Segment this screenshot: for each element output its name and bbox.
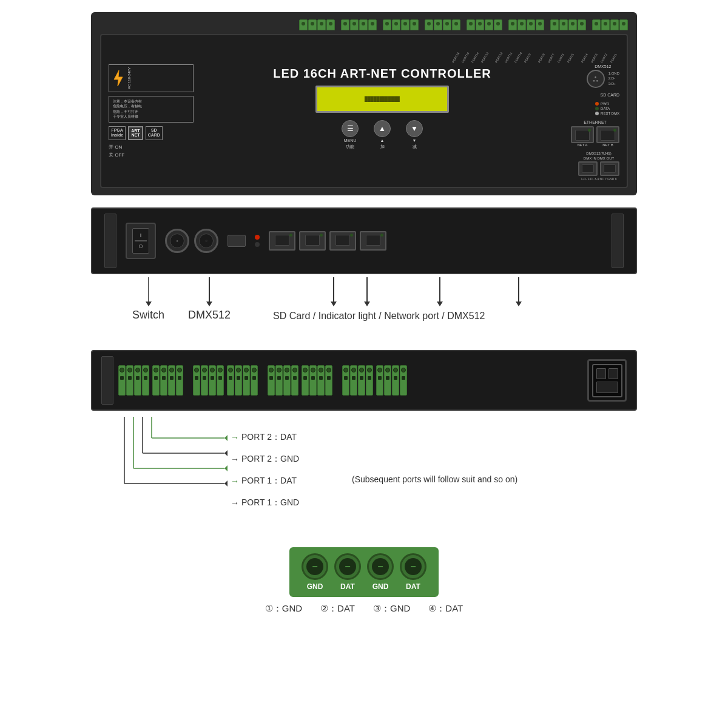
- chinese-line-4: 于专业人员维修: [113, 114, 189, 119]
- terminal-diagram-section: − GND − DAT −: [91, 547, 637, 615]
- tb-terminal: [358, 365, 365, 396]
- terminal: [476, 19, 484, 30]
- data-led-dot: [595, 107, 599, 110]
- xlr-male-inner: ●: [170, 234, 184, 248]
- port-wiring-diagram: → PORT 2：DAT → PORT 2：GND → PORT 1：DAT →…: [91, 414, 637, 535]
- network-arrow-head: [437, 302, 443, 306]
- ind-led-red: [255, 235, 260, 240]
- on-label: 开 ON: [109, 144, 194, 152]
- tb-terminal: [126, 365, 133, 396]
- terminal: [568, 19, 577, 30]
- up-icon: ▲: [379, 124, 386, 133]
- tb-terminal: [209, 365, 216, 396]
- tb-terminal: [160, 365, 167, 396]
- network-arrow-line: [439, 277, 440, 302]
- xlr-female-inner: ○: [199, 234, 214, 248]
- terminal: [359, 19, 368, 30]
- terminal: [368, 19, 377, 30]
- down-icon: ▼: [411, 124, 418, 133]
- sdcard-indicator: SD CARD: [600, 93, 619, 97]
- dmx512-title: DMX512: [595, 64, 611, 69]
- ind-led-green: [255, 242, 260, 247]
- indicator-arrow-line: [366, 277, 368, 302]
- rj45-port-1: [269, 231, 295, 251]
- terminal: [434, 19, 442, 30]
- indicator-leds: [255, 235, 260, 247]
- terminal-block-7: [342, 365, 373, 396]
- network-arrow-group: [437, 277, 443, 306]
- tv-label-gnd-1: GND: [307, 582, 323, 591]
- port1-dat-text: PORT 1：DAT: [241, 476, 297, 487]
- right-connectors: DMX512 ●● ● 1:GND2:D-3:D+ SD CARD: [571, 64, 619, 181]
- dmx512-rj45-title: DMX512(RJ45): [586, 152, 611, 155]
- terminal: [326, 19, 335, 30]
- rj45-inner-4: [366, 235, 380, 246]
- page-container: PORT16 PORT15 PORT14 PORT13 PORT12 PORT1…: [0, 0, 728, 627]
- menu-label-cn: 功能: [346, 144, 354, 150]
- port1-dat-label-group: → PORT 1：DAT: [231, 476, 299, 487]
- tv-circle-dat-1: −: [334, 553, 361, 580]
- artnet-text: ARTNET: [131, 129, 140, 138]
- lightning-icon: [112, 70, 125, 87]
- net-b-led: [613, 129, 616, 132]
- tv-label-dat-1: DAT: [340, 582, 355, 591]
- port1-gnd-text: PORT 1：GND: [241, 497, 299, 508]
- net-a-label: NET A: [577, 143, 587, 147]
- tv-minus-gnd-2: −: [377, 562, 383, 571]
- power-switch[interactable]: I O: [126, 223, 156, 259]
- rj45-port-2: [299, 231, 326, 251]
- up-button-group: ▲ ▲ 加: [374, 120, 391, 150]
- data-led-label: DATA: [601, 107, 610, 110]
- sd-card-back: [228, 235, 246, 247]
- rj45-inner-b: [601, 130, 615, 141]
- terminal: [443, 19, 451, 30]
- tb-terminal: [392, 365, 399, 396]
- rj45-inner-1: [275, 235, 289, 246]
- tv-terminal-gnd-2: − GND: [367, 553, 394, 591]
- tv-label-dat-2: DAT: [406, 582, 420, 591]
- dmx-out-port: [600, 161, 619, 176]
- rest-led-label: REST DMX: [601, 112, 619, 115]
- ethernet-title: ETHERNET: [584, 120, 607, 124]
- status-leds: PWR DATA REST DMX: [595, 102, 619, 115]
- dmx-in-out-label: DMX IN DMX OUT: [584, 157, 614, 160]
- xlr-male-pins: ●: [176, 239, 178, 243]
- terminal: [308, 19, 317, 30]
- tb-terminal: [243, 365, 250, 396]
- tb-terminal: [342, 365, 349, 396]
- net-b-port: [596, 126, 619, 143]
- down-button[interactable]: ▼: [406, 120, 423, 137]
- back-view-container: I O ● ○: [91, 207, 637, 332]
- net-b-label: NET B: [602, 143, 613, 147]
- menu-button[interactable]: ☰: [342, 120, 359, 137]
- switch-on: I: [140, 232, 142, 238]
- port2-gnd-arrow: →: [231, 454, 239, 464]
- middle-section: AC 110-240V 注意：本设备内有 危险电压，有触电 危险，不可打开 于专…: [109, 64, 619, 181]
- switch-label: Switch: [132, 309, 164, 322]
- port2-dat-text: PORT 2：DAT: [241, 432, 297, 443]
- terminal: [578, 19, 586, 30]
- up-button[interactable]: ▲: [374, 120, 391, 137]
- terminal: [550, 19, 559, 30]
- terminal: [452, 19, 460, 30]
- rj45-inner: [575, 130, 590, 141]
- back-panel: I O ● ○: [91, 207, 637, 274]
- dmx512-right-arrow-head: [516, 302, 522, 306]
- terminal: [425, 19, 433, 30]
- tb-terminal: [366, 365, 373, 396]
- tv-inner-gnd-2: −: [372, 558, 389, 575]
- menu-icon: ☰: [347, 124, 354, 133]
- num-4: ④：DAT: [428, 603, 463, 615]
- sdcard-slot[interactable]: [228, 235, 246, 247]
- sdcard-badge-text: SDCARD: [148, 128, 160, 138]
- ethernet-section: ETHERNET NET A: [571, 120, 619, 147]
- tv-inner-gnd-1: −: [306, 558, 323, 575]
- tv-minus-dat-1: −: [345, 562, 350, 571]
- rj45-led-4: [380, 234, 383, 237]
- terminal: [350, 19, 359, 30]
- voltage-text: AC 110-240V: [127, 67, 131, 89]
- dmx-pin-labels: 1-D- 2-D- 3-4:NC 7:GND 8: [581, 177, 617, 181]
- pwr-led-dot: [595, 102, 599, 106]
- chinese-text-box: 注意：本设备内有 危险电压，有触电 危险，不可打开 于专业人员维修: [109, 96, 194, 123]
- tb-terminal: [235, 365, 242, 396]
